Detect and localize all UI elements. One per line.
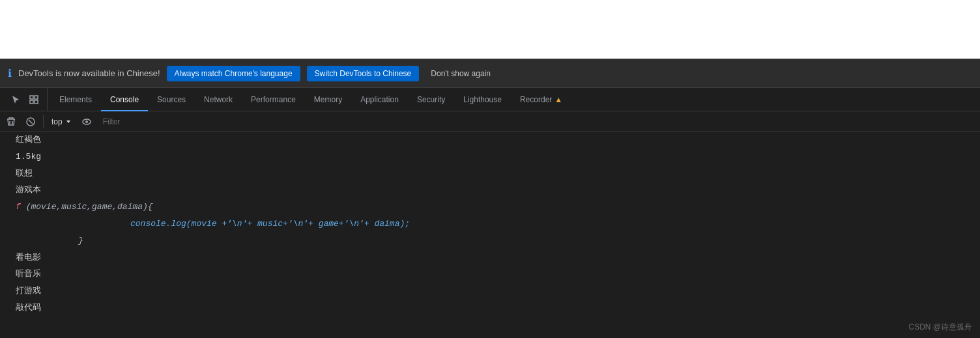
browser-page [0,0,980,59]
console-output: 红褐色 1.5kg 联想 游戏本 f (movie,music,game,dai… [0,132,980,317]
list-item: 敲代码 [0,300,980,317]
clear-console-button[interactable] [3,113,20,130]
dont-show-button[interactable]: Don't show again [425,66,496,81]
list-item: 打游戏 [0,283,980,300]
svg-rect-3 [35,100,38,104]
svg-line-5 [29,120,33,124]
tab-memory[interactable]: Memory [305,89,351,111]
list-item: } [0,233,980,250]
tab-bar: Elements Console Sources Network Perform… [0,88,980,111]
svg-rect-2 [30,100,33,104]
tab-lighthouse[interactable]: Lighthouse [454,89,511,111]
list-item: 1.5kg [0,149,980,166]
list-item: console.log(movie +'\n'+ music+'\n'+ gam… [0,216,980,233]
svg-rect-0 [30,96,33,99]
tab-console[interactable]: Console [101,89,148,111]
console-toolbar: top [0,111,980,132]
filter-input[interactable] [98,115,977,129]
list-item: 红褐色 [0,132,980,149]
switch-to-chinese-button[interactable]: Switch DevTools to Chinese [307,66,420,81]
tab-security[interactable]: Security [408,89,454,111]
stop-button[interactable] [22,113,39,130]
notification-bar: ℹ DevTools is now available in Chinese! … [0,59,980,88]
devtools-panel: ℹ DevTools is now available in Chinese! … [0,59,980,317]
tab-recorder[interactable]: Recorder ▲ [511,89,571,111]
tab-performance[interactable]: Performance [242,89,305,111]
list-item: f (movie,music,game,daima){ [0,199,980,216]
recorder-icon: ▲ [555,95,562,104]
svg-point-7 [85,120,88,123]
eye-button[interactable] [78,113,95,130]
tab-application[interactable]: Application [351,89,408,111]
info-icon: ℹ [8,67,12,80]
notification-text: DevTools is now available in Chinese! [18,68,160,78]
context-selector[interactable]: top [48,116,76,128]
list-item: 联想 [0,166,980,183]
list-item: 看电影 [0,250,980,267]
list-item: 游戏本 [0,182,980,199]
cursor-icon[interactable] [8,92,23,107]
inspect-icon[interactable] [26,92,42,107]
tab-network[interactable]: Network [195,89,242,111]
match-language-button[interactable]: Always match Chrome's language [167,66,300,81]
toolbar-separator-1 [43,115,44,128]
tab-elements[interactable]: Elements [50,89,101,111]
list-item: 听音乐 [0,266,980,283]
svg-rect-1 [35,96,38,99]
tab-sources[interactable]: Sources [148,89,195,111]
devtools-icons [3,88,48,111]
